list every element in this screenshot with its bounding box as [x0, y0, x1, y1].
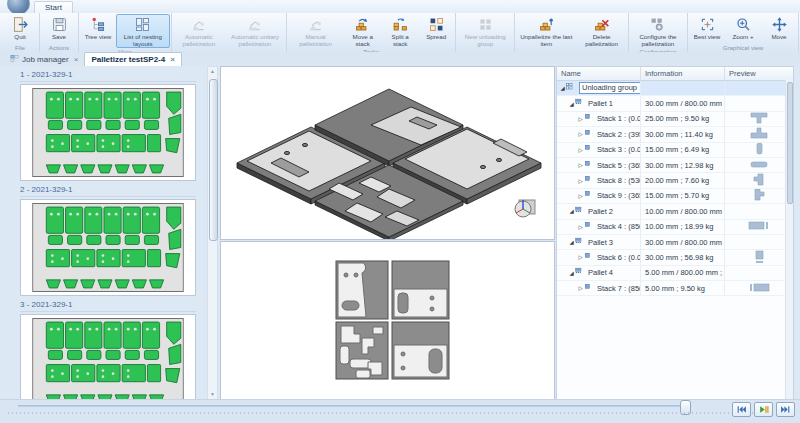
ribbon-group-buttons: Tree viewList of nesting layouts — [80, 14, 170, 48]
scroll-up-icon[interactable]: ▲ — [208, 67, 217, 76]
ribbon: QuitFileSaveActionsTree viewList of nest… — [0, 13, 800, 53]
name-cell: ▷Stack 4 : (850.00 ; 0.00) — [557, 220, 641, 234]
expand-icon[interactable]: ▷ — [577, 116, 584, 122]
scrollbar-thumb[interactable] — [209, 79, 218, 241]
ribbon-group-buttons: Automatic palletizationAutomatic unitary… — [173, 14, 285, 48]
table-row[interactable]: ▷Stack 1 : (0.00 ; 0.00)25.00 mm ; 9.50 … — [557, 112, 793, 127]
table-row[interactable]: ▷Stack 7 : (850.00 ; 850...5.00 mm ; 9.5… — [557, 281, 793, 296]
expand-icon[interactable]: ▷ — [577, 193, 584, 199]
save-button[interactable]: Save — [41, 14, 77, 42]
expand-icon[interactable]: ▷ — [577, 254, 584, 260]
configure-palletization-icon — [649, 16, 666, 33]
name-cell: ▷Stack 6 : (0.00 ; 850.00) — [557, 250, 641, 264]
expand-icon[interactable]: ▷ — [577, 147, 584, 153]
table-row[interactable]: ▷Stack 6 : (0.00 ; 850.00)30.00 mm ; 56.… — [557, 250, 793, 265]
close-icon[interactable]: × — [170, 55, 175, 64]
collapse-icon[interactable]: ◢ — [568, 101, 575, 107]
configure-the-palletization-button[interactable]: Configure the palletization — [630, 14, 686, 48]
stack-icon — [584, 144, 595, 155]
collapse-icon[interactable]: ◢ — [568, 270, 575, 276]
column-header-information[interactable]: Information — [641, 67, 725, 80]
automatic-palletization-icon — [190, 16, 207, 33]
ribbon-group-label: Actions — [41, 44, 77, 52]
pallet-3d-view[interactable] — [220, 66, 555, 240]
stack-icon — [584, 175, 595, 186]
manual-palletization-button: Manual palletization — [288, 14, 343, 48]
timeline-track[interactable] — [18, 405, 686, 407]
delete-palletization-button[interactable]: Delete palletization — [576, 14, 627, 48]
nesting-panel-scrollbar[interactable]: ▲ ▼ — [207, 66, 218, 400]
ribbon-group: Automatic palletizationAutomatic unitary… — [172, 13, 287, 52]
table-row[interactable]: ▷Stack 3 : (0.00 ; 220.00)15.00 mm ; 6.4… — [557, 143, 793, 158]
tab-job-manager[interactable]: Job manager× — [4, 53, 84, 66]
table-row[interactable]: ◢Pallet 130.00 mm / 800.00 mm ; 53.67 k.… — [557, 96, 793, 111]
row-name: Stack 5 : (365.00 ; 220... — [597, 161, 641, 170]
nesting-layout-thumbnail[interactable] — [20, 199, 196, 296]
ribbon-group-buttons: Manual palletizationMove a stackSplit a … — [288, 14, 454, 48]
column-header-preview[interactable]: Preview — [725, 67, 793, 80]
preview-cell — [725, 266, 793, 280]
collapse-icon[interactable]: ◢ — [559, 85, 566, 91]
ribbon-button-label: Best view — [694, 34, 720, 41]
tab-label: Palletizer testSP2-4 — [91, 55, 165, 64]
best-view-button[interactable]: Best view — [689, 14, 725, 42]
table-row[interactable]: ◢Pallet 210.00 mm / 800.00 mm ; 18.99 k.… — [557, 204, 793, 219]
table-row[interactable]: ▷Stack 4 : (850.00 ; 0.00)10.00 mm ; 18.… — [557, 220, 793, 235]
row-name: Pallet 3 — [588, 238, 613, 247]
column-header-name[interactable]: Name — [557, 67, 641, 80]
scrollbar-thumb[interactable] — [787, 82, 793, 204]
row-name: Unloading group 1 — [579, 82, 641, 94]
quit-icon — [12, 16, 29, 33]
quit-button[interactable]: Quit — [2, 14, 38, 42]
skip-to-end-button[interactable] — [776, 402, 795, 417]
collapse-icon[interactable]: ◢ — [568, 239, 575, 245]
list-of-nesting-layouts-button[interactable]: List of nesting layouts — [116, 14, 170, 48]
table-row[interactable]: ◢Unloading group 1 — [557, 81, 793, 96]
split-a-stack-button[interactable]: Split a stack — [382, 14, 418, 48]
table-row[interactable]: ◢Pallet 45.00 mm / 800.00 mm ; 9.50 kg /… — [557, 266, 793, 281]
ribbon-group-view: Tree viewList of nesting layoutsView — [79, 13, 172, 52]
table-row[interactable]: ◢Pallet 330.00 mm / 800.00 mm ; 56.98 k.… — [557, 235, 793, 250]
unpalletize-the-last-item-button[interactable]: Unpalletize the last item — [516, 14, 576, 48]
preview-cell — [725, 112, 793, 126]
ribbon-button-label: Quit — [14, 34, 25, 41]
table-row[interactable]: ▷Stack 9 : (365.00 ; 365...15.00 mm ; 5.… — [557, 189, 793, 204]
skip-end-icon — [780, 401, 791, 419]
pallet-2d-view[interactable] — [220, 241, 555, 402]
ribbon-group: New unloading group — [456, 13, 515, 52]
tree-view-button[interactable]: Tree view — [80, 14, 116, 42]
nesting-layout-thumbnail[interactable] — [20, 84, 196, 181]
expand-icon[interactable]: ▷ — [577, 131, 584, 137]
ribbon-button-label: Move a stack — [346, 34, 379, 47]
ribbon-button-label: Configure the palletization — [633, 34, 683, 47]
expand-icon[interactable]: ▷ — [577, 285, 584, 291]
stack-icon — [584, 252, 595, 263]
information-cell: 5.00 mm / 800.00 mm ; 9.50 kg /... — [641, 266, 725, 280]
collapse-icon[interactable]: ◢ — [568, 208, 575, 214]
scroll-down-icon[interactable]: ▼ — [208, 390, 217, 399]
nesting-layout-thumbnail[interactable] — [20, 314, 196, 400]
table-row[interactable]: ▷Stack 2 : (395.00 ; 0.00)30.00 mm ; 11.… — [557, 127, 793, 142]
ribbon-group-buttons: Unpalletize the last itemDelete palletiz… — [516, 14, 627, 48]
move-button[interactable]: Move — [761, 14, 797, 42]
play-button[interactable] — [754, 402, 773, 417]
close-icon[interactable]: × — [74, 55, 79, 64]
table-row[interactable]: ▷Stack 5 : (365.00 ; 220...30.00 mm ; 12… — [557, 158, 793, 173]
table-scrollbar[interactable] — [785, 80, 793, 399]
expand-icon[interactable]: ▷ — [577, 178, 584, 184]
preview-cell — [725, 189, 793, 203]
spread-button[interactable]: Spread — [418, 14, 454, 42]
information-cell: 10.00 mm ; 18.99 kg — [641, 220, 725, 234]
information-cell: 30.00 mm ; 11.40 kg — [641, 127, 725, 141]
table-row[interactable]: ▷Stack 8 : (530.00 ; 220...20.00 mm ; 7.… — [557, 173, 793, 188]
expand-icon[interactable]: ▷ — [577, 162, 584, 168]
expand-icon[interactable]: ▷ — [577, 224, 584, 230]
save-icon — [51, 16, 68, 33]
skip-to-start-button[interactable] — [732, 402, 751, 417]
row-name: Stack 7 : (850.00 ; 850... — [597, 284, 641, 293]
zoom-+-button[interactable]: Zoom + — [725, 14, 761, 42]
pallet-icon — [575, 206, 586, 217]
tab-palletizer-testsp2-4[interactable]: Palletizer testSP2-4× — [84, 52, 181, 66]
move-a-stack-button[interactable]: Move a stack — [343, 14, 382, 48]
nesting-layouts-panel: 1 - 2021-329-12 - 2021-329-13 - 2021-329… — [8, 66, 205, 400]
